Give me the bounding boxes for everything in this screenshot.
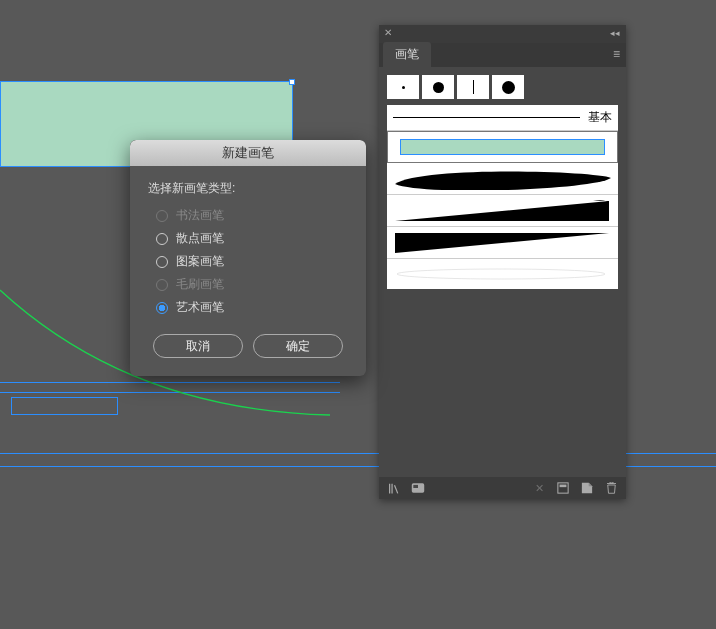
new-brush-dialog: 新建画笔 选择新画笔类型: 书法画笔 散点画笔 图案画笔 毛刷画笔 艺术画笔 取…	[130, 140, 366, 376]
resize-handle[interactable]	[289, 79, 295, 85]
radio-label: 艺术画笔	[176, 299, 224, 316]
panel-empty-space	[379, 297, 626, 477]
brush-thumb[interactable]	[387, 75, 419, 99]
radio-label: 图案画笔	[176, 253, 224, 270]
panel-footer: ✕	[379, 477, 626, 499]
brush-row-mint[interactable]	[387, 131, 618, 163]
brush-stroke-preview	[393, 199, 612, 223]
remove-stroke-icon: ✕	[532, 481, 546, 495]
ok-button[interactable]: 确定	[253, 334, 343, 358]
brush-row[interactable]	[387, 259, 618, 289]
collapse-icon[interactable]: ◂◂	[610, 28, 620, 38]
panel-header-bar[interactable]: ✕ ◂◂	[379, 25, 626, 43]
dialog-body: 选择新画笔类型: 书法画笔 散点画笔 图案画笔 毛刷画笔 艺术画笔 取消 确定	[130, 166, 366, 376]
brush-row[interactable]	[387, 163, 618, 195]
brush-stroke-preview	[400, 139, 606, 155]
radio-icon	[156, 279, 168, 291]
radio-icon[interactable]	[156, 302, 168, 314]
svg-point-0	[397, 269, 605, 279]
panel-tabs: 画笔 ≡	[379, 43, 626, 67]
close-icon[interactable]: ✕	[384, 27, 392, 38]
brush-options-icon[interactable]	[411, 481, 425, 495]
radio-icon	[156, 210, 168, 222]
radio-icon[interactable]	[156, 256, 168, 268]
radio-scatter[interactable]: 散点画笔	[156, 230, 348, 247]
brush-thumb[interactable]	[422, 75, 454, 99]
dialog-title[interactable]: 新建画笔	[130, 140, 366, 166]
radio-bristle: 毛刷画笔	[156, 276, 348, 293]
brush-row[interactable]	[387, 227, 618, 259]
tab-brushes[interactable]: 画笔	[383, 42, 431, 67]
radio-label: 散点画笔	[176, 230, 224, 247]
brush-stroke-preview	[393, 117, 580, 118]
brush-stroke-preview	[393, 231, 612, 255]
brush-row[interactable]	[387, 195, 618, 227]
panel-body: 基本	[379, 67, 626, 297]
brush-list: 基本	[387, 105, 618, 289]
svg-rect-2	[413, 485, 418, 488]
stroke-options-icon[interactable]	[556, 481, 570, 495]
brush-basic-label: 基本	[588, 109, 612, 126]
brush-row-basic[interactable]: 基本	[387, 105, 618, 131]
brushes-panel: ✕ ◂◂ 画笔 ≡ 基本	[379, 25, 626, 499]
brush-stroke-preview	[393, 168, 612, 190]
radio-icon[interactable]	[156, 233, 168, 245]
dialog-prompt: 选择新画笔类型:	[148, 180, 348, 197]
radio-calligraphy: 书法画笔	[156, 207, 348, 224]
svg-rect-3	[558, 483, 568, 493]
radio-art[interactable]: 艺术画笔	[156, 299, 348, 316]
brush-thumbnails	[387, 75, 618, 99]
brush-thumb[interactable]	[492, 75, 524, 99]
brush-thumb[interactable]	[457, 75, 489, 99]
radio-pattern[interactable]: 图案画笔	[156, 253, 348, 270]
libraries-icon[interactable]	[387, 481, 401, 495]
radio-label: 书法画笔	[176, 207, 224, 224]
new-brush-icon[interactable]	[580, 481, 594, 495]
radio-label: 毛刷画笔	[176, 276, 224, 293]
svg-rect-4	[560, 485, 567, 488]
trash-icon[interactable]	[604, 481, 618, 495]
panel-menu-icon[interactable]: ≡	[613, 47, 620, 61]
cancel-button[interactable]: 取消	[153, 334, 243, 358]
dialog-buttons: 取消 确定	[148, 334, 348, 358]
brush-stroke-preview	[393, 266, 612, 282]
